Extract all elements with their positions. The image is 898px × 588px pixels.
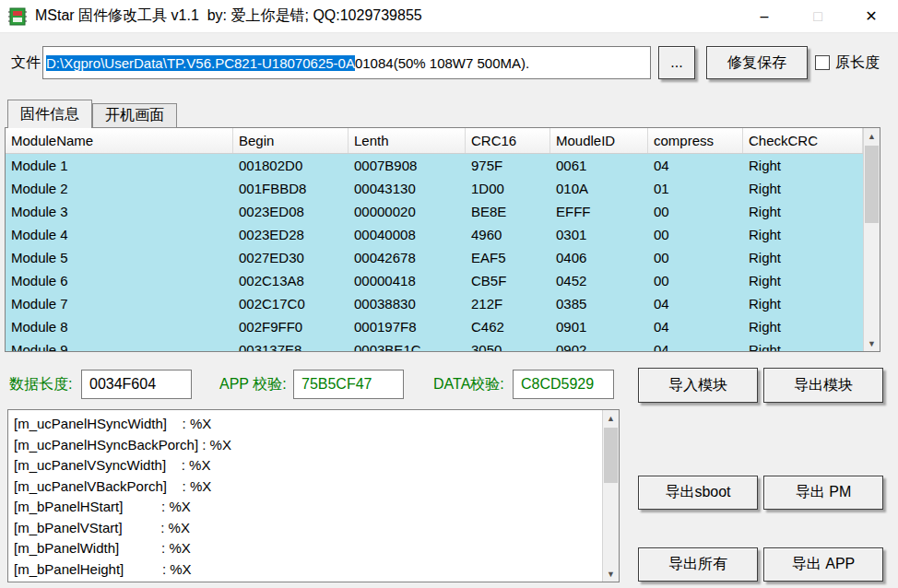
repair-save-button[interactable]: 修复保存 <box>706 46 808 79</box>
log-line: [m_ucPanelVBackPorch] : %X <box>14 476 602 498</box>
import-module-button[interactable]: 导入模块 <box>638 368 758 403</box>
table-scroll-down-button[interactable]: ▼ <box>864 335 880 351</box>
table-cell: 0301 <box>550 223 648 246</box>
table-cell: 4960 <box>466 223 550 246</box>
path-rest-text: 01084(50% 108W7 500MA). <box>355 55 529 71</box>
log-scroll-down-button[interactable]: ▼ <box>603 566 619 582</box>
export-pm-button[interactable]: 导出 PM <box>763 476 883 510</box>
table-cell: 00043130 <box>349 177 466 200</box>
table-cell: 975F <box>466 154 550 177</box>
app-check-value[interactable]: 75B5CF47 <box>293 370 404 399</box>
log-line: [m_ucPanelHSyncBackPorch] : %X <box>14 435 602 456</box>
table-cell: 002C17C0 <box>233 292 349 315</box>
minimize-button[interactable]: – <box>738 0 791 32</box>
data-check-value[interactable]: C8CD5929 <box>513 370 614 399</box>
table-cell: 0385 <box>550 292 648 315</box>
file-toolbar: 文件 D:\Xgpro\UserData\TP.V56.PC821-U18070… <box>0 41 898 85</box>
table-cell: BE8E <box>466 200 550 223</box>
table-cell: Right <box>743 338 863 351</box>
table-cell: 000197F8 <box>349 315 466 338</box>
table-cell: Module 8 <box>6 315 233 338</box>
app-check-label: APP 校验: <box>219 365 287 404</box>
table-cell: 0406 <box>550 246 648 269</box>
tab-bar: 固件信息 开机画面 <box>7 100 177 128</box>
table-row[interactable]: Module 1001802D00007B908975F006104Right <box>6 154 863 177</box>
table-cell: 002C13A8 <box>233 269 349 292</box>
table-cell: 212F <box>466 292 550 315</box>
header-cell-moudleid[interactable]: MoudleID <box>550 128 648 153</box>
header-cell-crc16[interactable]: CRC16 <box>466 128 550 153</box>
table-scroll-up-button[interactable]: ▲ <box>864 128 880 144</box>
tab-firmware-info[interactable]: 固件信息 <box>7 100 92 128</box>
log-scroll-up-button[interactable]: ▲ <box>603 410 619 426</box>
module-table: ModuleName Begin Lenth CRC16 MoudleID co… <box>5 127 880 352</box>
header-cell-modulename[interactable]: ModuleName <box>6 128 233 153</box>
table-cell: 0007B908 <box>349 154 466 177</box>
checkbox-box[interactable] <box>815 55 830 70</box>
table-cell: 00042678 <box>349 246 466 269</box>
browse-button[interactable]: ... <box>658 46 695 79</box>
table-cell: CB5F <box>466 269 550 292</box>
table-row[interactable]: Module 9003137E80003BE1C3050090204Right <box>6 338 863 351</box>
export-app-button[interactable]: 导出 APP <box>763 547 883 582</box>
summary-fields: 数据长度: 0034F604 APP 校验: 75B5CF47 DATA校验: … <box>0 365 627 404</box>
table-cell: 0061 <box>550 154 648 177</box>
table-cell: Module 2 <box>6 177 233 200</box>
original-length-checkbox[interactable]: 原长度 <box>815 46 880 79</box>
export-sboot-button[interactable]: 导出sboot <box>638 476 758 510</box>
table-cell: Module 3 <box>6 200 233 223</box>
table-cell: 01 <box>648 177 743 200</box>
header-cell-checkcrc[interactable]: CheckCRC <box>743 128 863 153</box>
table-cell: 0023ED28 <box>233 223 349 246</box>
window-controls: – □ ✕ <box>738 0 898 32</box>
log-line: [m_ucPanelVSyncWidth] : %X <box>14 455 602 476</box>
table-row[interactable]: Module 7002C17C000038830212F038504Right <box>6 292 863 315</box>
table-cell: 0003BE1C <box>349 338 466 351</box>
log-vscroll[interactable]: ▲ ▼ <box>602 410 619 582</box>
data-length-label: 数据长度: <box>9 365 72 404</box>
table-row[interactable]: Module 6002C13A800000418CB5F045200Right <box>6 269 863 292</box>
export-all-button[interactable]: 导出所有 <box>638 547 758 582</box>
table-cell: 001FBBD8 <box>233 177 349 200</box>
maximize-button[interactable]: □ <box>791 0 845 32</box>
data-length-value[interactable]: 0034F604 <box>81 370 192 399</box>
module-table-main: ModuleName Begin Lenth CRC16 MoudleID co… <box>6 128 863 351</box>
table-cell: 00 <box>648 200 743 223</box>
table-vscroll[interactable]: ▲ ▼ <box>863 128 880 351</box>
table-cell: EFFF <box>550 200 648 223</box>
table-cell: 00 <box>648 269 743 292</box>
export-module-button[interactable]: 导出模块 <box>763 368 883 403</box>
table-cell: 04 <box>648 338 743 351</box>
table-cell: Module 1 <box>6 154 233 177</box>
table-row[interactable]: Module 50027ED3000042678EAF5040600Right <box>6 246 863 269</box>
log-scroll-track[interactable] <box>603 426 619 566</box>
tab-boot-screen[interactable]: 开机画面 <box>92 103 177 128</box>
log-lines[interactable]: [m_ucPanelHSyncWidth] : %X[m_ucPanelHSyn… <box>8 410 602 582</box>
table-row[interactable]: Module 40023ED28000400084960030100Right <box>6 223 863 246</box>
header-cell-lenth[interactable]: Lenth <box>349 128 466 153</box>
table-cell: 00 <box>648 246 743 269</box>
table-cell: 04 <box>648 292 743 315</box>
table-cell: Module 7 <box>6 292 233 315</box>
table-row[interactable]: Module 2001FBBD8000431301D00010A01Right <box>6 177 863 200</box>
close-button[interactable]: ✕ <box>845 0 898 32</box>
file-path-input[interactable]: D:\Xgpro\UserData\TP.V56.PC821-U18070625… <box>42 46 651 79</box>
header-cell-begin[interactable]: Begin <box>233 128 349 153</box>
table-cell: Module 6 <box>6 269 233 292</box>
log-line: [m_bPanelVStart] : %X <box>14 518 602 539</box>
log-scroll-thumb[interactable] <box>604 428 618 483</box>
table-scroll-thumb[interactable] <box>865 146 879 223</box>
header-cell-compress[interactable]: compress <box>648 128 743 153</box>
table-cell: 0901 <box>550 315 648 338</box>
table-cell: 010A <box>550 177 648 200</box>
table-row[interactable]: Module 8002F9FF0000197F8C462090104Right <box>6 315 863 338</box>
table-row[interactable]: Module 30023ED0800000020BE8EEFFF00Right <box>6 200 863 223</box>
table-scroll-track[interactable] <box>864 144 880 335</box>
table-cell: Right <box>743 269 863 292</box>
table-cell: 001802D0 <box>233 154 349 177</box>
table-cell: Right <box>743 223 863 246</box>
data-check-label: DATA校验: <box>433 365 504 404</box>
table-cell: 04 <box>648 315 743 338</box>
table-cell: Right <box>743 177 863 200</box>
log-line: [m_bPanelHeight] : %X <box>14 559 602 581</box>
